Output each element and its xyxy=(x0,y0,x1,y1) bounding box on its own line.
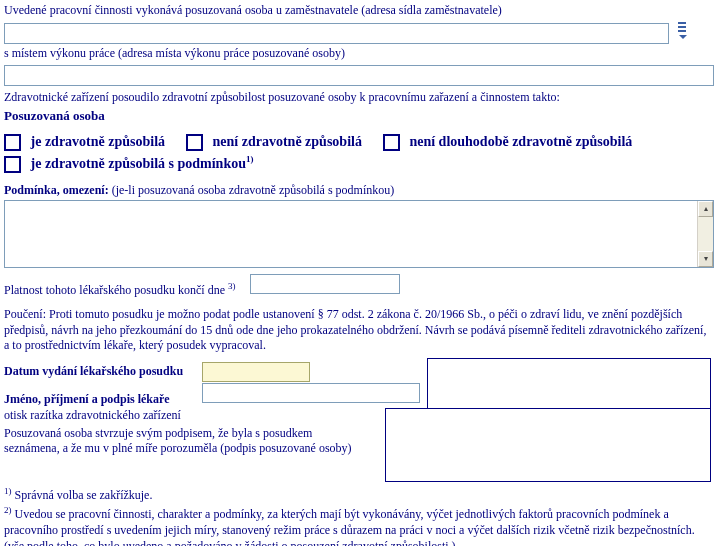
note1: Správná volba se zakřížkuje. xyxy=(12,488,153,502)
checkbox-fit-cond[interactable] xyxy=(4,156,21,173)
condition-note: (je-li posuzovaná osoba zdravotně způsob… xyxy=(109,183,395,197)
valid-until-sup: 3) xyxy=(228,281,236,291)
note2-sup: 2) xyxy=(4,505,12,515)
opt-fit-cond-sup: 1) xyxy=(246,154,254,164)
instruction-text: Poučení: Proti tomuto posudku je možno p… xyxy=(4,307,714,354)
valid-until-input[interactable] xyxy=(250,274,400,294)
dropdown-icon[interactable] xyxy=(676,21,688,39)
scrollbar[interactable]: ▴ ▾ xyxy=(697,201,713,267)
employer-address-label: Uvedené pracovní činnosti vykonává posuz… xyxy=(4,3,715,19)
scroll-down-icon[interactable]: ▾ xyxy=(698,251,713,267)
svg-rect-2 xyxy=(678,30,686,32)
note1-sup: 1) xyxy=(4,486,12,496)
opt-longterm-unfit-label: není dlouhodobě zdravotně způsobilá xyxy=(409,134,632,149)
doctor-name-input[interactable] xyxy=(202,383,420,403)
condition-textarea[interactable]: ▴ ▾ xyxy=(4,200,714,268)
date-label: Datum vydání lékařského posudku xyxy=(4,364,199,380)
opt-fit-cond-label: je zdravotně způsobilá s podmínkou xyxy=(31,156,246,171)
workplace-address-label: s místem výkonu práce (adresa místa výko… xyxy=(4,46,715,62)
condition-label: Podmínka, omezení: xyxy=(4,183,109,197)
checkbox-unfit[interactable] xyxy=(186,134,203,151)
doctor-name-label: Jméno, příjmení a podpis lékaře xyxy=(4,392,199,408)
employer-address-input[interactable] xyxy=(4,23,669,44)
checkbox-longterm-unfit[interactable] xyxy=(383,134,400,151)
svg-rect-0 xyxy=(678,22,686,24)
person-heading: Posuzovaná osoba xyxy=(4,108,715,125)
scroll-up-icon[interactable]: ▴ xyxy=(698,201,713,217)
workplace-address-input[interactable] xyxy=(4,65,714,86)
assessment-intro: Zdravotnické zařízení posoudilo zdravotn… xyxy=(4,90,715,106)
date-input[interactable] xyxy=(202,362,310,382)
note2: Uvedou se pracovní činnosti, charakter a… xyxy=(4,507,695,546)
checkbox-fit[interactable] xyxy=(4,134,21,151)
valid-until-label: Platnost tohoto lékařského posudku končí… xyxy=(4,283,228,297)
stamp-label: otisk razítka zdravotnického zařízení xyxy=(4,408,181,422)
signature-box[interactable] xyxy=(385,408,711,482)
opt-fit-label: je zdravotně způsobilá xyxy=(31,134,166,149)
opt-unfit-label: není zdravotně způsobilá xyxy=(213,134,362,149)
svg-rect-1 xyxy=(678,26,686,28)
